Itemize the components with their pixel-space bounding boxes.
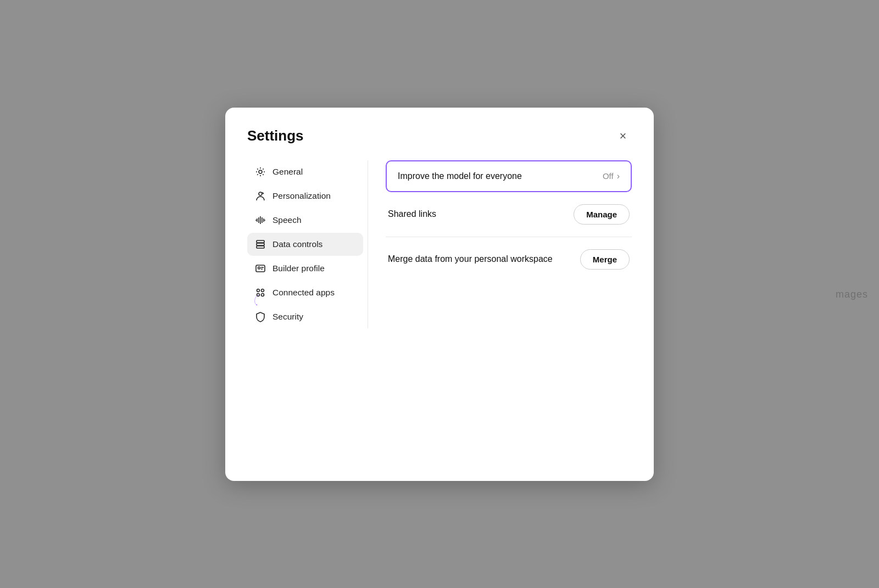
svg-rect-9 bbox=[257, 240, 264, 243]
sidebar-item-speech-label: Speech bbox=[272, 215, 302, 225]
improve-model-label: Improve the model for everyone bbox=[398, 171, 522, 181]
sidebar-item-security-label: Security bbox=[272, 312, 303, 322]
modal-overlay: Settings × General bbox=[0, 0, 879, 588]
svg-point-20 bbox=[262, 293, 264, 296]
sidebar-item-data-controls[interactable]: Data controls bbox=[247, 233, 363, 256]
gear-icon bbox=[255, 166, 266, 177]
sidebar-item-connected-apps[interactable]: Connected apps bbox=[247, 281, 363, 304]
sidebar-item-general-label: General bbox=[272, 167, 303, 177]
sidebar-item-general[interactable]: General bbox=[247, 160, 363, 183]
svg-point-1 bbox=[259, 192, 262, 195]
svg-point-0 bbox=[259, 170, 262, 173]
manage-button[interactable]: Manage bbox=[574, 204, 630, 225]
svg-rect-10 bbox=[257, 243, 264, 245]
svg-rect-11 bbox=[257, 246, 264, 248]
id-card-icon bbox=[255, 263, 266, 274]
merge-data-label: Merge data from your personal workspace bbox=[388, 254, 553, 264]
person-icon bbox=[255, 191, 266, 201]
improve-model-status: Off bbox=[603, 171, 614, 181]
improve-model-row[interactable]: Improve the model for everyone Off › bbox=[386, 160, 632, 192]
sidebar-item-speech[interactable]: Speech bbox=[247, 209, 363, 232]
close-icon: × bbox=[620, 129, 627, 143]
sidebar-item-personalization-label: Personalization bbox=[272, 191, 331, 201]
sidebar-item-security[interactable]: Security bbox=[247, 305, 363, 328]
improve-model-value: Off › bbox=[603, 171, 620, 181]
sidebar-item-data-controls-label: Data controls bbox=[272, 239, 322, 249]
sidebar-item-builder-profile[interactable]: Builder profile bbox=[247, 257, 363, 280]
modal-body: General Personalization bbox=[247, 160, 632, 328]
modal-title: Settings bbox=[247, 127, 304, 144]
close-button[interactable]: × bbox=[614, 127, 632, 145]
sidebar-item-personalization[interactable]: Personalization bbox=[247, 184, 363, 208]
merge-button[interactable]: Merge bbox=[580, 249, 630, 270]
shield-icon bbox=[255, 311, 266, 322]
content-area: Improve the model for everyone Off › Sha… bbox=[368, 160, 632, 328]
chevron-right-icon: › bbox=[617, 171, 620, 181]
modal-header: Settings × bbox=[247, 127, 632, 145]
merge-data-row: Merge data from your personal workspace … bbox=[386, 237, 632, 282]
settings-modal: Settings × General bbox=[225, 108, 654, 481]
waveform-icon bbox=[255, 215, 266, 226]
svg-point-17 bbox=[257, 289, 260, 292]
svg-point-14 bbox=[258, 267, 260, 269]
database-icon bbox=[255, 239, 266, 250]
svg-point-18 bbox=[262, 289, 264, 292]
sidebar-item-connected-apps-label: Connected apps bbox=[272, 288, 335, 298]
apps-icon bbox=[255, 287, 266, 298]
sidebar: General Personalization bbox=[247, 160, 368, 328]
sidebar-item-builder-profile-label: Builder profile bbox=[272, 264, 325, 273]
svg-point-19 bbox=[257, 293, 260, 296]
shared-links-label: Shared links bbox=[388, 209, 436, 219]
shared-links-row: Shared links Manage bbox=[386, 192, 632, 237]
